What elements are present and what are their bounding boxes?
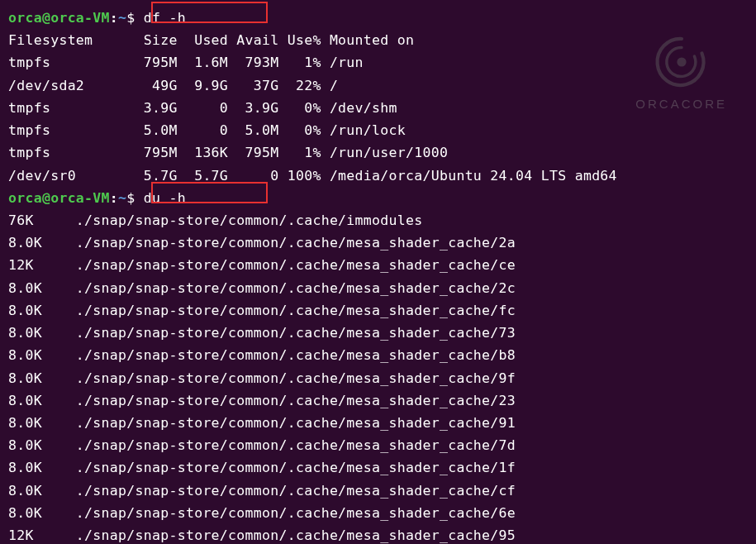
- prompt-path: ~: [118, 190, 126, 206]
- du-row: 8.0K ./snap/snap-store/common/.cache/mes…: [8, 299, 748, 322]
- terminal-output[interactable]: orca@orca-VM:~$ df -h Filesystem Size Us…: [8, 7, 748, 544]
- du-row: 8.0K ./snap/snap-store/common/.cache/mes…: [8, 277, 748, 299]
- command-df: df -h: [144, 10, 186, 26]
- du-row: 8.0K ./snap/snap-store/common/.cache/mes…: [8, 434, 748, 456]
- du-row: 76K ./snap/snap-store/common/.cache/immo…: [8, 209, 748, 231]
- du-row: 8.0K ./snap/snap-store/common/.cache/mes…: [8, 367, 748, 389]
- df-row: tmpfs 3.9G 0 3.9G 0% /dev/shm: [8, 97, 748, 119]
- df-row: tmpfs 5.0M 0 5.0M 0% /run/lock: [8, 119, 748, 141]
- du-row: 8.0K ./snap/snap-store/common/.cache/mes…: [8, 502, 748, 524]
- du-row: 8.0K ./snap/snap-store/common/.cache/mes…: [8, 480, 748, 502]
- prompt-path: ~: [118, 10, 126, 26]
- prompt-separator: :: [110, 10, 118, 26]
- df-row: /dev/sr0 5.7G 5.7G 0 100% /media/orca/Ub…: [8, 165, 748, 187]
- prompt-dollar: $: [126, 190, 135, 206]
- du-row: 8.0K ./snap/snap-store/common/.cache/mes…: [8, 389, 748, 412]
- df-header: Filesystem Size Used Avail Use% Mounted …: [8, 29, 748, 51]
- prompt-line-2: orca@orca-VM:~$ du -h: [8, 187, 748, 209]
- du-row: 8.0K ./snap/snap-store/common/.cache/mes…: [8, 456, 748, 479]
- du-row: 8.0K ./snap/snap-store/common/.cache/mes…: [8, 231, 748, 254]
- prompt-separator: :: [110, 190, 118, 206]
- df-row: /dev/sda2 49G 9.9G 37G 22% /: [8, 74, 748, 97]
- prompt-dollar: $: [126, 10, 135, 26]
- prompt-user: orca@orca-VM: [8, 190, 110, 206]
- command-du: du -h: [144, 190, 186, 206]
- du-row: 12K ./snap/snap-store/common/.cache/mesa…: [8, 254, 748, 276]
- prompt-user: orca@orca-VM: [8, 10, 110, 26]
- du-row: 8.0K ./snap/snap-store/common/.cache/mes…: [8, 412, 748, 434]
- prompt-line-1: orca@orca-VM:~$ df -h: [8, 7, 748, 29]
- du-row: 12K ./snap/snap-store/common/.cache/mesa…: [8, 524, 748, 544]
- df-row: tmpfs 795M 136K 795M 1% /run/user/1000: [8, 141, 748, 164]
- df-row: tmpfs 795M 1.6M 793M 1% /run: [8, 51, 748, 74]
- du-row: 8.0K ./snap/snap-store/common/.cache/mes…: [8, 322, 748, 344]
- du-row: 8.0K ./snap/snap-store/common/.cache/mes…: [8, 344, 748, 366]
